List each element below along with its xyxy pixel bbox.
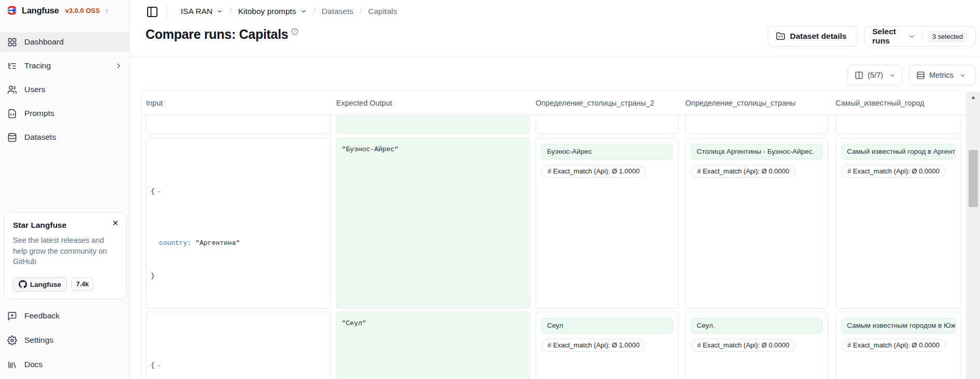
- run-output-value: Сеул.: [691, 318, 823, 333]
- page-header: Compare runs: Capitals: [146, 27, 298, 42]
- sidebar-item-dashboard[interactable]: Dashboard: [0, 32, 130, 52]
- collapse-chevron-icon[interactable]: [156, 167, 213, 216]
- breadcrumb-org[interactable]: ISA RAN: [181, 7, 223, 16]
- gear-icon: [7, 336, 17, 345]
- dataset-details-label: Dataset details: [790, 32, 846, 41]
- breadcrumb-project[interactable]: Kitoboy prompts: [238, 7, 307, 16]
- top-bar: ISA RAN / Kitoboy prompts / Datasets / C…: [130, 0, 980, 23]
- sidebar-item-tracing[interactable]: Tracing: [0, 56, 130, 76]
- json-value: "Аргентина": [195, 238, 240, 249]
- divider: [166, 5, 167, 19]
- sidebar-item-label: Datasets: [24, 133, 56, 142]
- library-icon: [7, 360, 17, 370]
- run-output-value: Столица Аргентины - Буэнос-Айрес.: [691, 144, 823, 159]
- breadcrumb-datasets[interactable]: Datasets: [322, 7, 353, 16]
- sidebar-item-users[interactable]: Users: [0, 80, 130, 99]
- run-output-value: Самым известным городом в Южн...: [841, 318, 956, 333]
- divider: [130, 57, 980, 57]
- run-output-cell[interactable]: Самым известным городом в Южн... # Exact…: [835, 312, 961, 379]
- sidebar-item-settings[interactable]: Settings: [0, 330, 130, 350]
- github-star-button[interactable]: Langfuse: [13, 277, 67, 291]
- metric-badge: # Exact_match (Api): Ø 1.0000: [541, 339, 646, 352]
- run-output-cell[interactable]: Буэнос-Айрес # Exact_match (Api): Ø 1.00…: [536, 138, 679, 309]
- compare-runs-table: Input Expected Output Определение_столиц…: [141, 91, 967, 379]
- column-header-input: Input: [146, 99, 331, 107]
- page-title: Compare runs: Capitals: [146, 27, 288, 42]
- github-icon: [19, 280, 27, 288]
- metric-badge: # Exact_match (Api): Ø 0.0000: [841, 339, 946, 352]
- select-runs-button[interactable]: Select runs 3 selected: [864, 26, 976, 47]
- sidebar-item-label: Prompts: [24, 109, 54, 118]
- chevron-down-icon: [959, 71, 967, 79]
- breadcrumb-separator: /: [359, 7, 362, 16]
- info-icon[interactable]: [291, 28, 298, 35]
- users-icon: [7, 85, 17, 95]
- selected-count-badge: 3 selected: [928, 31, 968, 42]
- expected-output-cell[interactable]: "Сеул": [336, 312, 530, 379]
- sidebar-item-label: Settings: [24, 336, 53, 345]
- sidebar-item-label: Docs: [24, 360, 42, 369]
- sidebar-item-feedback[interactable]: Feedback: [0, 306, 130, 326]
- run-output-cell[interactable]: Столица Аргентины - Буэнос-Айрес. # Exac…: [685, 138, 828, 309]
- input-cell[interactable]: { country: "Южная Корея" }: [146, 312, 331, 379]
- columns-visibility-button[interactable]: (5/7): [847, 65, 902, 85]
- vertical-scrollbar[interactable]: ▲: [967, 92, 980, 379]
- sidebar-bottom-nav: Feedback Settings Docs: [0, 306, 130, 379]
- dataset-details-button[interactable]: Dataset details: [768, 26, 858, 47]
- columns-icon: [855, 71, 863, 80]
- expected-output-cell[interactable]: [336, 115, 530, 134]
- metric-badge: # Exact_match (Api): Ø 0.0000: [691, 339, 796, 352]
- input-cell[interactable]: [146, 115, 331, 134]
- breadcrumb-separator: /: [229, 7, 232, 16]
- chevron-down-icon: [216, 8, 223, 15]
- metrics-label: Metrics: [929, 71, 954, 79]
- column-header-expected-output: Expected Output: [336, 99, 530, 107]
- star-langfuse-card: Star Langfuse ✕ See the latest releases …: [4, 212, 126, 299]
- metrics-button[interactable]: Metrics: [909, 65, 976, 85]
- column-header-run-2: Определение_столицы_страны: [685, 99, 828, 107]
- table-header-row: Input Expected Output Определение_столиц…: [141, 91, 966, 115]
- github-button-label: Langfuse: [30, 281, 61, 288]
- sidebar-item-label: Tracing: [24, 61, 51, 70]
- sidebar-nav: Dashboard Tracing: [0, 32, 130, 151]
- run-output-cell[interactable]: Сеул # Exact_match (Api): Ø 1.0000: [536, 312, 679, 379]
- input-cell[interactable]: { country: "Аргентина" }: [146, 138, 331, 309]
- app-window: Langfuse v3.0.0 OSS ↑ Dashboard: [0, 0, 980, 379]
- close-icon[interactable]: ✕: [112, 219, 119, 227]
- run-output-cell[interactable]: [835, 115, 961, 134]
- collapse-chevron-icon[interactable]: [156, 341, 213, 379]
- database-icon: [7, 133, 17, 142]
- metric-badge: # Exact_match (Api): Ø 0.0000: [841, 165, 946, 178]
- sidebar-item-docs[interactable]: Docs: [0, 355, 130, 374]
- grid-icon: [7, 37, 17, 47]
- run-output-value: Буэнос-Айрес: [541, 144, 673, 159]
- version-label[interactable]: v3.0.0 OSS: [65, 7, 100, 14]
- run-output-cell[interactable]: [536, 115, 679, 134]
- sidebar-toggle-icon[interactable]: [146, 6, 158, 18]
- expected-output-cell[interactable]: "Буэнос-Айрес": [336, 138, 530, 309]
- sidebar-item-label: Dashboard: [24, 37, 64, 47]
- run-output-cell[interactable]: Самый известный город в Аргенти... # Exa…: [835, 138, 961, 309]
- breadcrumb-capitals[interactable]: Capitals: [368, 7, 397, 16]
- folder-icon: [776, 32, 785, 41]
- divider: [921, 31, 922, 41]
- table-body: { country: "Аргентина" } "Буэнос-Айрес": [141, 115, 966, 379]
- run-output-cell[interactable]: Сеул. # Exact_match (Api): Ø 0.0000: [685, 312, 828, 379]
- column-header-run-1: Определение_столицы_страны_2: [536, 99, 679, 107]
- sidebar-item-datasets[interactable]: Datasets: [0, 127, 130, 147]
- breadcrumb: ISA RAN / Kitoboy prompts / Datasets / C…: [181, 0, 397, 23]
- sidebar-item-label: Feedback: [24, 311, 60, 320]
- scrollbar-thumb[interactable]: [969, 150, 978, 207]
- select-runs-label: Select runs: [872, 27, 904, 46]
- brand: Langfuse v3.0.0 OSS ↑: [6, 5, 108, 16]
- upgrade-arrow-icon[interactable]: ↑: [105, 7, 109, 14]
- star-card-title: Star Langfuse: [13, 221, 118, 230]
- chevron-right-icon[interactable]: [114, 62, 123, 70]
- langfuse-logo-icon: [6, 5, 18, 16]
- run-output-cell[interactable]: [685, 115, 828, 134]
- run-output-value: Сеул: [541, 318, 673, 333]
- columns-count-label: (5/7): [868, 71, 883, 79]
- star-count-badge[interactable]: 7.4k: [71, 278, 93, 291]
- scroll-up-arrow-icon[interactable]: ▲: [967, 94, 980, 100]
- sidebar-item-prompts[interactable]: Prompts: [0, 104, 130, 123]
